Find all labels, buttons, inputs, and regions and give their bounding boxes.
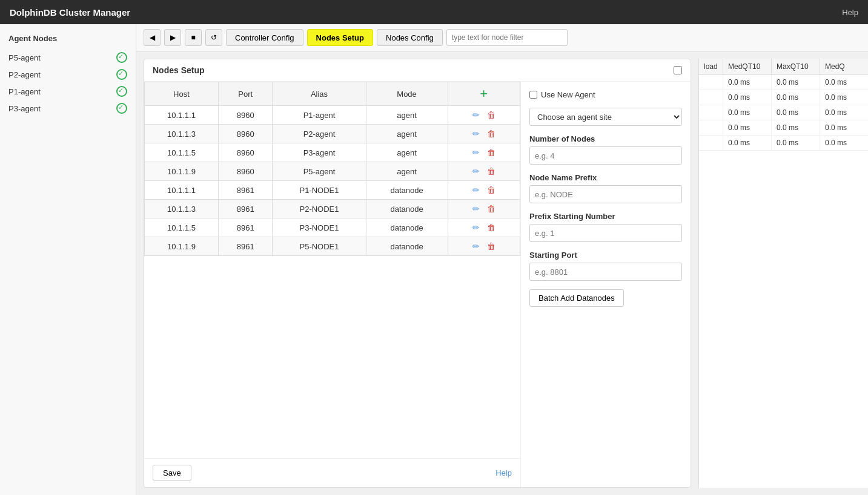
use-new-agent-checkbox[interactable] xyxy=(529,91,537,99)
controller-config-tab[interactable]: Controller Config xyxy=(226,29,303,46)
batch-add-panel: Use New Agent Choose an agent site Numbe… xyxy=(521,82,691,487)
cell-load-4 xyxy=(699,136,723,150)
cell-alias-4: P1-NODE1 xyxy=(273,181,366,200)
page-content: Nodes Setup Host Port A xyxy=(136,51,868,495)
prefix-starting-number-group: Prefix Starting Number xyxy=(529,212,682,242)
col-host: Host xyxy=(145,82,219,106)
delete-button-1[interactable]: 🗑 xyxy=(485,128,498,140)
prefix-starting-number-label: Prefix Starting Number xyxy=(529,212,682,221)
save-button[interactable]: Save xyxy=(153,465,191,481)
status-icon-p3-agent xyxy=(116,103,127,114)
cell-port-6: 8961 xyxy=(218,218,273,237)
cell-alias-0: P1-agent xyxy=(273,106,366,125)
col-medqt10-header: MedQT10 xyxy=(723,59,772,74)
delete-button-0[interactable]: 🗑 xyxy=(485,109,498,121)
panel-collapse-checkbox[interactable] xyxy=(674,66,682,74)
cell-alias-7: P5-NODE1 xyxy=(273,237,366,256)
app-title: DolphinDB Cluster Manager xyxy=(10,7,130,18)
sidebar-item-label-p1-agent: P1-agent xyxy=(8,87,111,96)
cell-medq-2: 0.0 ms xyxy=(820,105,868,120)
cell-maxqt10-0: 0.0 ms xyxy=(772,75,820,90)
delete-button-5[interactable]: 🗑 xyxy=(485,203,498,215)
sidebar-item-p5-agent[interactable]: P5-agent xyxy=(0,49,136,66)
cell-host-2: 10.1.1.5 xyxy=(145,143,219,162)
cell-mode-6: datanode xyxy=(366,218,448,237)
cell-medq-0: 0.0 ms xyxy=(820,75,868,90)
agent-site-select[interactable]: Choose an agent site xyxy=(529,108,682,126)
node-filter-input[interactable] xyxy=(446,29,568,46)
cell-alias-2: P3-agent xyxy=(273,143,366,162)
table-footer: Save Help xyxy=(144,458,520,487)
edit-button-4[interactable]: ✏ xyxy=(470,184,482,196)
sidebar-item-label-p3-agent: P3-agent xyxy=(8,104,111,113)
help-link-panel[interactable]: Help xyxy=(495,468,512,477)
cell-medqt10-0: 0.0 ms xyxy=(723,75,772,90)
node-name-prefix-input[interactable] xyxy=(529,185,682,203)
delete-button-7[interactable]: 🗑 xyxy=(485,240,498,252)
top-bar: DolphinDB Cluster Manager Help xyxy=(0,0,868,24)
delete-button-3[interactable]: 🗑 xyxy=(485,165,498,177)
cell-actions-6: ✏ 🗑 xyxy=(448,218,520,237)
cell-mode-1: agent xyxy=(366,125,448,143)
cell-port-0: 8960 xyxy=(218,106,273,125)
nodes-setup-title: Nodes Setup xyxy=(153,65,205,75)
nodes-setup-tab[interactable]: Nodes Setup xyxy=(307,29,373,46)
starting-port-input[interactable] xyxy=(529,263,682,281)
nodes-setup-panel: Nodes Setup Host Port A xyxy=(144,59,691,488)
forward-button[interactable]: ▶ xyxy=(164,29,181,46)
nodes-config-tab[interactable]: Nodes Config xyxy=(377,29,443,46)
delete-button-2[interactable]: 🗑 xyxy=(485,146,498,159)
back-button[interactable]: ◀ xyxy=(144,29,161,46)
table-row: 10.1.1.3 8960 P2-agent agent ✏ 🗑 xyxy=(145,125,520,143)
batch-add-datanodes-button[interactable]: Batch Add Datanodes xyxy=(529,289,624,307)
cell-maxqt10-2: 0.0 ms xyxy=(772,105,820,120)
cell-host-0: 10.1.1.1 xyxy=(145,106,219,125)
edit-button-7[interactable]: ✏ xyxy=(470,240,482,252)
edit-button-3[interactable]: ✏ xyxy=(470,165,482,177)
delete-button-6[interactable]: 🗑 xyxy=(485,221,498,234)
cell-mode-2: agent xyxy=(366,143,448,162)
status-icon-p2-agent xyxy=(116,69,127,80)
stop-button[interactable]: ■ xyxy=(185,29,202,46)
use-new-agent-row: Use New Agent xyxy=(529,90,682,99)
starting-port-group: Starting Port xyxy=(529,251,682,281)
prefix-starting-number-input[interactable] xyxy=(529,224,682,242)
cell-mode-3: agent xyxy=(366,162,448,181)
edit-button-1[interactable]: ✏ xyxy=(470,128,482,140)
node-name-prefix-label: Node Name Prefix xyxy=(529,173,682,182)
sidebar-item-p3-agent[interactable]: P3-agent xyxy=(0,100,136,117)
number-of-nodes-input[interactable] xyxy=(529,146,682,165)
cell-load-2 xyxy=(699,105,723,120)
cell-load-3 xyxy=(699,120,723,135)
cell-port-4: 8961 xyxy=(218,181,273,200)
cell-host-7: 10.1.1.9 xyxy=(145,237,219,256)
cell-alias-5: P2-NODE1 xyxy=(273,200,366,218)
sidebar-item-p1-agent[interactable]: P1-agent xyxy=(0,83,136,100)
edit-button-2[interactable]: ✏ xyxy=(470,146,482,159)
refresh-button[interactable]: ↺ xyxy=(205,29,222,46)
cell-mode-5: datanode xyxy=(366,200,448,218)
cell-actions-3: ✏ 🗑 xyxy=(448,162,520,181)
help-link-top[interactable]: Help xyxy=(842,8,858,17)
cell-medqt10-3: 0.0 ms xyxy=(723,120,772,135)
cell-host-5: 10.1.1.3 xyxy=(145,200,219,218)
delete-button-4[interactable]: 🗑 xyxy=(485,184,498,196)
edit-button-0[interactable]: ✏ xyxy=(470,109,482,121)
sidebar-title: Agent Nodes xyxy=(0,30,136,49)
table-row: 10.1.1.9 8961 P5-NODE1 datanode ✏ 🗑 xyxy=(145,237,520,256)
cell-mode-0: agent xyxy=(366,106,448,125)
cell-maxqt10-3: 0.0 ms xyxy=(772,120,820,135)
edit-button-5[interactable]: ✏ xyxy=(470,203,482,215)
cell-actions-4: ✏ 🗑 xyxy=(448,181,520,200)
sidebar-item-p2-agent[interactable]: P2-agent xyxy=(0,66,136,83)
right-data-header: load MedQT10 MaxQT10 MedQ xyxy=(699,59,868,75)
agent-site-row: Choose an agent site xyxy=(529,108,682,126)
table-row: 10.1.1.9 8960 P5-agent agent ✏ 🗑 xyxy=(145,162,520,181)
right-data-row: 0.0 ms 0.0 ms 0.0 ms xyxy=(699,105,868,120)
add-row-button[interactable]: + xyxy=(480,86,488,102)
edit-button-6[interactable]: ✏ xyxy=(470,221,482,234)
cell-actions-0: ✏ 🗑 xyxy=(448,106,520,125)
cell-port-1: 8960 xyxy=(218,125,273,143)
right-data-row: 0.0 ms 0.0 ms 0.0 ms xyxy=(699,75,868,90)
cell-host-1: 10.1.1.3 xyxy=(145,125,219,143)
